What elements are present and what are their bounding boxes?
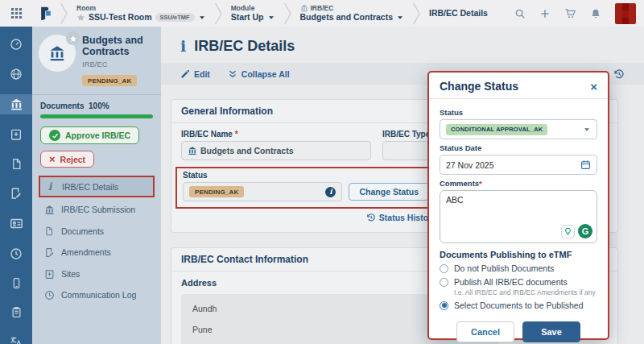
- publish-all-helper-text: I.e. All IRB/EC and IRB/EC Amendments if…: [454, 288, 597, 296]
- sidebar-item-amendments[interactable]: Amendments: [39, 242, 155, 262]
- page-title-text: IRB/EC Details: [194, 38, 295, 55]
- edit-icon: [180, 69, 190, 79]
- radio-select-documents[interactable]: Select Documents to be Published: [440, 300, 597, 310]
- nav-label: IRB/EC Details: [62, 182, 118, 192]
- current-page-label: IRB/EC Details: [429, 9, 488, 19]
- breadcrumb-module[interactable]: Module Start Up: [223, 0, 283, 27]
- modal-status-label: Status: [440, 108, 597, 117]
- radio-icon[interactable]: [440, 301, 448, 310]
- breadcrumb-room[interactable]: Room SSU-Test Room SSU/eTMF: [68, 0, 214, 27]
- amendments-icon: [43, 247, 55, 258]
- collapse-all-icon: [228, 69, 237, 79]
- radio-publish-all[interactable]: Publish All IRB/EC documents: [440, 277, 597, 287]
- status-date-field[interactable]: 27 Nov 2025: [440, 155, 597, 175]
- irbec-value: Budgets and Contracts: [300, 13, 394, 23]
- suggestion-bulb-icon[interactable]: [561, 225, 575, 238]
- room-tag-badge: SSU/eTMF: [155, 13, 195, 22]
- calendar-icon[interactable]: [580, 160, 591, 170]
- change-status-button[interactable]: Change Status: [349, 183, 429, 201]
- comments-label: Comments*: [440, 179, 597, 188]
- section-nav: i IRB/EC Details IRB/EC Submission Docum…: [39, 176, 155, 305]
- mobile-device-icon[interactable]: [0, 274, 32, 292]
- audit-history-icon[interactable]: [613, 68, 625, 80]
- chevron-down-icon[interactable]: [198, 14, 206, 22]
- documents-progress-label: Documents 100%: [40, 102, 153, 110]
- communication-log-icon: [43, 290, 55, 301]
- sidebar-item-communication-log[interactable]: Communication Log: [39, 286, 155, 305]
- search-icon[interactable]: [514, 8, 526, 19]
- irbec-name-field[interactable]: Budgets and Contracts: [181, 141, 371, 160]
- top-header: Room SSU-Test Room SSU/eTMF Module Start…: [0, 0, 644, 27]
- grammarly-icon[interactable]: G: [578, 224, 592, 238]
- radio-icon[interactable]: [440, 264, 448, 273]
- sidebar-item-sites[interactable]: Sites: [39, 264, 155, 284]
- breadcrumb-irbec[interactable]: IRB/EC Budgets and Contracts: [292, 0, 413, 27]
- edit-button[interactable]: Edit: [180, 69, 210, 79]
- status-badge: PENDING_AK: [82, 75, 137, 86]
- status-date-label: Status Date: [440, 143, 597, 152]
- favorite-star-icon[interactable]: [66, 31, 80, 45]
- status-history-icon: [366, 213, 376, 222]
- save-button[interactable]: Save: [522, 321, 580, 342]
- close-icon[interactable]: ×: [590, 81, 597, 93]
- entity-profile: Budgets and Contracts IRB/EC PENDING_AK: [39, 35, 155, 86]
- status-date-value: 27 Nov 2025: [446, 160, 494, 170]
- documents-icon: [43, 226, 55, 236]
- status-history-link[interactable]: Status History: [175, 213, 436, 222]
- signature-document-icon[interactable]: [0, 184, 32, 203]
- publish-section-label: Documents Publishing to eTMF: [440, 250, 597, 259]
- clock-icon[interactable]: [0, 244, 32, 263]
- user-avatar-redacted[interactable]: [615, 3, 636, 24]
- entity-type: IRB/EC: [82, 60, 155, 68]
- cart-icon[interactable]: [564, 7, 576, 19]
- status-field[interactable]: PENDING_AK i: [183, 182, 342, 201]
- bank-icon[interactable]: [0, 94, 32, 114]
- info-icon[interactable]: i: [325, 187, 336, 197]
- star-icon[interactable]: [76, 13, 85, 22]
- breadcrumb-current-page: IRB/EC Details: [421, 0, 496, 27]
- status-annotation-box: Status PENDING_AK i Change Status: [175, 167, 436, 209]
- sidebar-item-irbec-details[interactable]: i IRB/EC Details: [39, 176, 155, 197]
- chevron-down-icon[interactable]: [396, 14, 404, 22]
- status-value-badge: PENDING_AK: [189, 186, 244, 197]
- change-status-modal: Change Status × Status CONDITIONAL APPRO…: [427, 71, 609, 340]
- sidebar-item-documents[interactable]: Documents: [39, 222, 155, 240]
- divider: [32, 94, 161, 95]
- submission-icon: [43, 204, 55, 215]
- id-card-icon[interactable]: [0, 213, 32, 234]
- header-actions: [506, 0, 644, 27]
- cancel-button[interactable]: Cancel: [456, 321, 514, 342]
- nav-label: Communication Log: [61, 290, 136, 300]
- collapse-all-button[interactable]: Collapse All: [228, 69, 290, 79]
- radio-do-not-publish[interactable]: Do not Publish Documents: [440, 263, 597, 273]
- globe-icon[interactable]: [0, 64, 32, 84]
- bell-icon[interactable]: [590, 8, 601, 19]
- irbec-label: IRB/EC: [311, 5, 334, 12]
- document-icon[interactable]: [0, 155, 32, 173]
- clipboard-icon[interactable]: [0, 303, 32, 321]
- radio-icon[interactable]: [440, 278, 448, 287]
- reject-button[interactable]: × Reject: [40, 151, 94, 168]
- approve-irbec-button[interactable]: Approve IRB/EC: [40, 126, 139, 144]
- required-asterisk: *: [479, 179, 482, 188]
- breadcrumb-separator: [214, 2, 223, 25]
- nav-label: Amendments: [61, 247, 111, 257]
- breadcrumb-separator: [412, 2, 421, 25]
- brand-logo[interactable]: [32, 0, 60, 27]
- nav-label: Sites: [61, 269, 80, 279]
- chevron-down-icon[interactable]: [267, 14, 275, 22]
- status-dropdown[interactable]: CONDITIONAL APPROVAL_AK: [440, 119, 597, 139]
- apps-grid-icon[interactable]: [0, 0, 32, 27]
- breadcrumb-separator: [60, 2, 68, 25]
- sidebar-item-irbec-submission[interactable]: IRB/EC Submission: [39, 200, 155, 219]
- add-icon[interactable]: [539, 8, 551, 19]
- breadcrumb-separator: [283, 2, 292, 25]
- dashboard-icon[interactable]: [0, 35, 32, 54]
- module-label: Module: [231, 5, 275, 12]
- hospital-icon[interactable]: [0, 125, 32, 144]
- room-label: Room: [76, 5, 206, 12]
- status-field-label: Status: [183, 171, 429, 180]
- translate-icon[interactable]: [0, 332, 32, 344]
- bank-icon: [300, 4, 308, 12]
- page-title: i IRB/EC Details: [180, 37, 644, 55]
